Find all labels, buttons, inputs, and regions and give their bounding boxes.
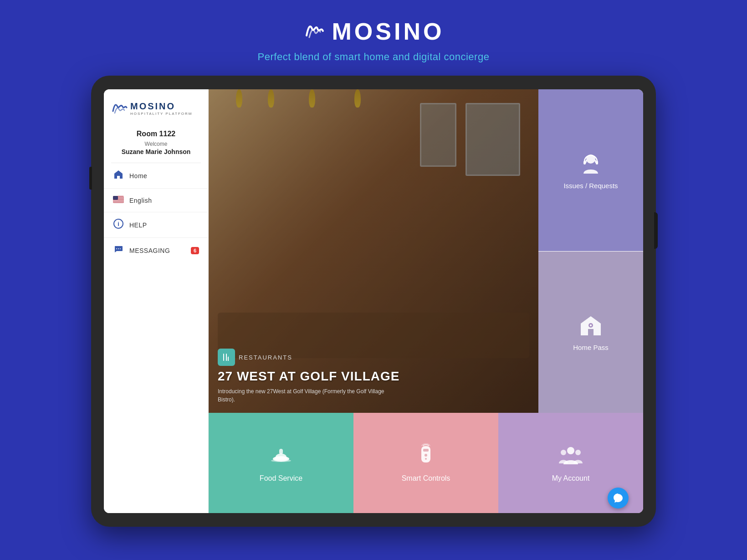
my-account-label: My Account	[552, 474, 590, 483]
restaurant-icon-box	[218, 349, 235, 366]
hero-content: RESTAURANTS 27 WEST AT GOLF VILLAGE Intr…	[218, 349, 529, 404]
sidebar-item-help-label: HELP	[129, 221, 147, 229]
food-service-icon	[268, 443, 294, 469]
svg-point-28	[567, 447, 574, 454]
info-icon: i	[113, 219, 124, 231]
messaging-badge: 6	[191, 247, 199, 254]
issues-requests-label: Issues / Requests	[563, 182, 618, 190]
restaurant-name: 27 WEST AT GOLF VILLAGE	[218, 370, 529, 384]
sidebar-logo: MOSINO HOSPITALITY PLATFORM	[104, 98, 208, 125]
svg-rect-5	[113, 201, 124, 202]
hero-area: RESTAURANTS 27 WEST AT GOLF VILLAGE Intr…	[209, 89, 538, 413]
svg-rect-13	[223, 354, 224, 361]
brand-logo: MOSINO	[303, 17, 445, 46]
tablet-side-button-left	[89, 167, 92, 190]
svg-rect-17	[596, 161, 598, 164]
messaging-icon	[113, 244, 124, 257]
svg-text:i: i	[118, 221, 119, 227]
sidebar-item-english[interactable]: English	[104, 189, 208, 212]
smart-controls-icon	[413, 443, 439, 469]
food-service-tile[interactable]: Food Service	[209, 413, 353, 513]
flag-icon	[113, 195, 124, 206]
svg-point-29	[561, 450, 566, 455]
svg-rect-6	[113, 202, 124, 203]
svg-point-23	[271, 459, 291, 462]
svg-point-11	[118, 248, 119, 249]
sidebar-item-messaging-label: MESSAGING	[129, 247, 170, 254]
sidebar-item-home-label: Home	[129, 172, 147, 180]
svg-point-27	[425, 458, 427, 460]
restaurant-tag-label: RESTAURANTS	[239, 354, 292, 361]
sidebar-room: Room 1122	[104, 125, 208, 141]
svg-rect-14	[226, 354, 227, 361]
svg-point-30	[575, 450, 581, 455]
tablet-frame: MOSINO HOSPITALITY PLATFORM Room 1122 We…	[91, 76, 656, 527]
home-icon	[113, 170, 124, 182]
sidebar-logo-text: MOSINO HOSPITALITY PLATFORM	[130, 101, 192, 116]
top-section: RESTAURANTS 27 WEST AT GOLF VILLAGE Intr…	[209, 89, 643, 413]
home-pass-tile[interactable]: Home Pass	[538, 252, 643, 413]
my-account-icon	[558, 443, 583, 469]
sidebar-brand-name: MOSINO	[130, 101, 192, 112]
svg-point-12	[120, 248, 121, 249]
chat-fab-icon	[613, 493, 624, 503]
svg-rect-4	[113, 200, 124, 200]
sidebar-item-home[interactable]: Home	[104, 163, 208, 189]
restaurant-description: Introducing the new 27West at Golf Villa…	[218, 387, 391, 404]
sidebar-username: Suzane Marie Johnson	[104, 148, 208, 155]
top-brand-section: MOSINO Perfect blend of smart home and d…	[0, 0, 747, 63]
brand-tagline: Perfect blend of smart home and digital …	[258, 51, 490, 63]
restaurant-tag: RESTAURANTS	[218, 349, 529, 366]
svg-point-19	[590, 324, 592, 326]
sidebar-logo-wave-icon	[111, 98, 128, 118]
food-service-label: Food Service	[260, 474, 302, 483]
home-pass-label: Home Pass	[573, 344, 609, 351]
svg-point-10	[116, 248, 117, 249]
tablet-screen: MOSINO HOSPITALITY PLATFORM Room 1122 We…	[104, 89, 643, 513]
issues-requests-tile[interactable]: Issues / Requests	[538, 89, 643, 251]
svg-point-26	[425, 454, 427, 457]
svg-rect-25	[423, 449, 429, 452]
smart-controls-label: Smart Controls	[402, 474, 450, 483]
right-panel: Issues / Requests Home Pass	[538, 89, 643, 413]
bottom-tiles-row: Food Service Smart Controls	[209, 413, 643, 513]
brand-wave-icon	[303, 17, 327, 46]
brand-name: MOSINO	[332, 18, 445, 45]
chat-fab-button[interactable]	[608, 488, 629, 509]
svg-rect-16	[583, 161, 586, 164]
main-area: RESTAURANTS 27 WEST AT GOLF VILLAGE Intr…	[209, 89, 643, 513]
sidebar-welcome: Welcome	[104, 141, 208, 147]
tablet-side-button-right	[654, 212, 658, 249]
sidebar-item-messaging[interactable]: MESSAGING 6	[104, 238, 208, 263]
homepass-icon	[578, 313, 604, 338]
sidebar-item-english-label: English	[129, 197, 152, 204]
svg-rect-7	[113, 196, 118, 200]
sidebar-item-help[interactable]: i HELP	[104, 212, 208, 238]
svg-rect-22	[279, 449, 283, 454]
smart-controls-tile[interactable]: Smart Controls	[353, 413, 498, 513]
headset-icon	[578, 151, 604, 176]
sidebar: MOSINO HOSPITALITY PLATFORM Room 1122 We…	[104, 89, 209, 513]
sidebar-brand-sub: HOSPITALITY PLATFORM	[130, 112, 192, 116]
